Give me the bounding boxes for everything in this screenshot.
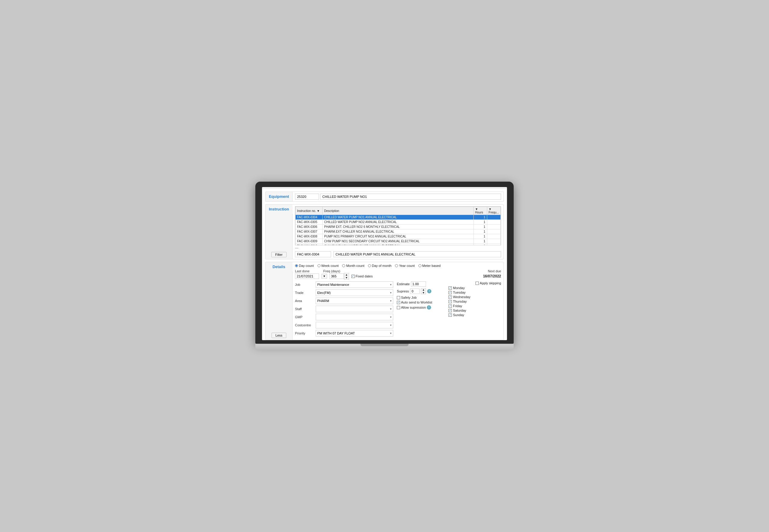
tuesday-row[interactable]: ✓ Tuesday <box>449 291 501 294</box>
table-row[interactable]: FAC-WIX-0309 CHW PUMP NO1 SECONDARY CIRC… <box>295 239 501 244</box>
sunday-label: Sunday <box>453 313 464 317</box>
details-section-label: Details <box>265 262 292 271</box>
estimate-input[interactable] <box>411 281 426 287</box>
staff-select[interactable] <box>316 306 393 312</box>
trade-select[interactable]: Elec(FM) <box>316 289 393 296</box>
trade-label: Trade <box>295 291 314 295</box>
allow-sup-checkbox[interactable] <box>397 306 400 309</box>
gmp-select[interactable] <box>316 314 393 320</box>
allow-sup-row[interactable]: Allow supression ? <box>397 305 445 310</box>
area-field-row: Area PHARM ▼ <box>295 298 393 304</box>
costcentre-select-wrapper: ▼ <box>316 322 393 328</box>
less-button[interactable]: Less <box>271 333 286 338</box>
area-select[interactable]: PHARM <box>316 298 393 304</box>
cell-code: FAC-WIX-0307 <box>295 229 322 234</box>
monday-checkbox[interactable]: ✓ <box>449 286 452 290</box>
radio-week-count[interactable]: Week count <box>317 264 339 268</box>
details-content: Day count Week count Month count <box>292 262 504 340</box>
table-row[interactable]: FAC-WIX-0305 CHILLED WATER PUMP NO2 ANNU… <box>295 220 501 225</box>
radio-day-count-label: Day count <box>299 264 314 268</box>
filter-button[interactable]: Filter <box>271 252 286 257</box>
thursday-row[interactable]: ✓ Thursday <box>449 300 501 303</box>
cell-hours: 1 <box>474 244 487 246</box>
instruction-content: Instruction no. ▼ Description ▼ Hours <box>292 204 504 259</box>
priority-select[interactable]: PM WITH 07 DAY FLOAT <box>316 330 393 337</box>
next-due-value-container: 16/07/2022 <box>483 274 501 278</box>
radio-day-of-month[interactable]: Day of month <box>368 264 392 268</box>
fixed-dates-checkbox[interactable]: ✓ <box>351 275 355 278</box>
wednesday-checkbox[interactable]: ✓ <box>449 295 452 299</box>
table-row[interactable]: FAC-WIX-0310 CHW PUMP NO1 WAREHOUSE ANNU… <box>295 244 501 246</box>
supress-help-button[interactable]: ? <box>427 289 432 293</box>
radio-day-count[interactable]: Day count <box>295 264 314 268</box>
equipment-name-input[interactable] <box>320 194 501 200</box>
cell-hours: 1 <box>474 215 487 220</box>
cell-hours: 1 <box>474 229 487 234</box>
job-select[interactable]: Planned Maintenance <box>316 281 393 288</box>
safety-job-row[interactable]: Safety Job <box>397 296 445 299</box>
radio-month-count[interactable]: Month count <box>342 264 364 268</box>
tuesday-label: Tuesday <box>453 291 466 294</box>
next-due-label: Next due <box>488 269 501 273</box>
saturday-row[interactable]: ✓ Saturday <box>449 309 501 312</box>
sunday-row[interactable]: ✓ Sunday <box>449 313 501 317</box>
last-done-input[interactable] <box>295 274 319 279</box>
trade-field-row: Trade Elec(FM) ▼ <box>295 289 393 296</box>
freq-spin-button[interactable]: ▲▼ <box>344 273 349 280</box>
friday-checkbox[interactable]: ✓ <box>449 304 452 308</box>
cell-code: FAC-WIX-0306 <box>295 225 322 229</box>
tuesday-checkbox[interactable]: ✓ <box>449 291 452 294</box>
equipment-id-input[interactable] <box>295 194 319 200</box>
saturday-checkbox[interactable]: ✓ <box>449 309 452 312</box>
radio-year-count-label: Year count <box>399 264 415 268</box>
auto-send-row[interactable]: ✓ Auto send to Worklist <box>397 301 445 304</box>
date-dropdown-button[interactable]: ▼ <box>321 274 327 279</box>
gmp-field-row: GMP ▼ <box>295 314 393 320</box>
thursday-checkbox[interactable]: ✓ <box>449 300 452 303</box>
friday-row[interactable]: ✓ Friday <box>449 304 501 308</box>
cell-code: FAC-WIX-0310 <box>295 244 322 246</box>
fixed-dates-checkbox-group[interactable]: ✓ Fixed dates <box>351 274 373 278</box>
estimate-label: Estimate <box>397 282 410 286</box>
staff-label: Staff <box>295 307 314 311</box>
saturday-label: Saturday <box>453 309 466 312</box>
trade-select-wrapper: Elec(FM) ▼ <box>316 289 393 296</box>
selected-instruction-code[interactable] <box>295 251 331 257</box>
cell-freq <box>487 239 501 244</box>
thursday-label: Thursday <box>453 300 467 303</box>
details-section: Details Less Day count <box>265 262 504 340</box>
table-row[interactable]: FAC-WIX-0304 CHILLED WATER PUMP NO1 ANNU… <box>295 215 501 220</box>
priority-select-wrapper: PM WITH 07 DAY FLOAT ▼ <box>316 330 393 337</box>
table-row[interactable]: FAC-WIX-0306 PHARM EXT. CHILLER NO2 6 MO… <box>295 225 501 229</box>
auto-send-label: Auto send to Worklist <box>401 301 432 304</box>
form-center: Estimate Supress ▲▼ <box>397 281 445 338</box>
radio-meter-based[interactable]: Meter based <box>419 264 441 268</box>
radio-day-of-month-label: Day of month <box>372 264 392 268</box>
freq-days-input[interactable] <box>329 274 344 279</box>
monday-label: Monday <box>453 286 465 290</box>
table-row[interactable]: FAC-WIX-0307 PHARM.EXT CHILLER NO2 ANNUA… <box>295 229 501 234</box>
costcentre-select[interactable] <box>316 322 393 328</box>
monday-row[interactable]: ✓ Monday <box>449 286 501 290</box>
allow-sup-help-button[interactable]: ? <box>427 305 431 310</box>
auto-send-checkbox[interactable]: ✓ <box>397 301 400 304</box>
wednesday-row[interactable]: ✓ Wednesday <box>449 295 501 299</box>
safety-job-label: Safety Job <box>401 296 417 299</box>
supress-input[interactable] <box>410 289 420 294</box>
safety-job-checkbox[interactable] <box>397 296 400 299</box>
freq-number-group: ▲▼ <box>329 273 349 280</box>
cell-freq <box>487 229 501 234</box>
window-body: Equipment Instruction <box>262 189 507 340</box>
apply-skipping-checkbox[interactable] <box>476 282 479 285</box>
screen-bezel: Maintenance details ─ □ ✕ Equipment <box>255 182 514 344</box>
freq-left: Last done Freq (days) <box>295 269 340 273</box>
sunday-checkbox[interactable]: ✓ <box>449 313 452 317</box>
table-row[interactable]: FAC-WIX-0308 PUMP NO1 PRIMARY CIRCUIT NO… <box>295 234 501 239</box>
radio-month-count-label: Month count <box>346 264 364 268</box>
radio-year-count[interactable]: Year count <box>395 264 415 268</box>
instruction-table-container[interactable]: Instruction no. ▼ Description ▼ Hours <box>295 206 501 245</box>
supress-spin[interactable]: ▲▼ <box>421 288 426 294</box>
priority-label: Priority <box>295 331 314 335</box>
job-label: Job <box>295 283 314 286</box>
form-left: Job Planned Maintenance ▼ <box>295 281 393 338</box>
